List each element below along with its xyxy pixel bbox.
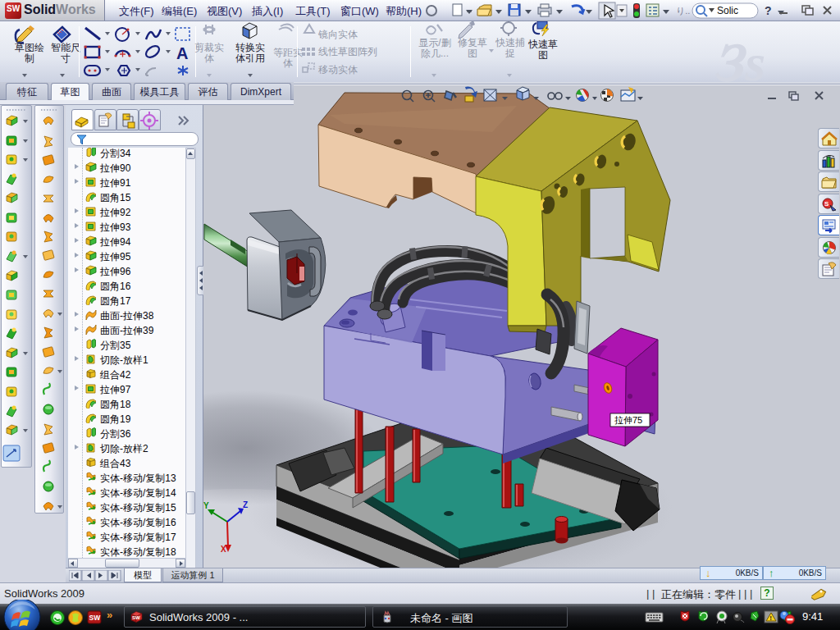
svg-text:拉伸75: 拉伸75 (614, 415, 642, 425)
svg-text:SW: SW (89, 614, 102, 622)
svg-text:?: ? (765, 4, 772, 17)
svg-text:S: S (824, 200, 829, 208)
svg-text:SW: SW (132, 615, 140, 620)
svg-text:Y: Y (203, 501, 209, 510)
svg-text:Z: Z (243, 500, 248, 509)
svg-text:Solic: Solic (717, 5, 738, 16)
svg-text:り..: り.. (676, 6, 690, 16)
svg-text:Ɜs: Ɜs (714, 34, 769, 82)
svg-text:!: ! (770, 615, 772, 621)
svg-text:X: X (221, 545, 226, 554)
